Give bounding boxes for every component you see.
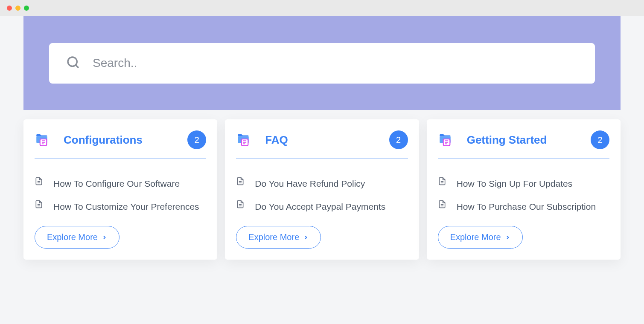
card-body: How To Sign Up For Updates How To Purcha… [438,159,609,249]
count-badge: 2 [187,130,206,149]
list-item[interactable]: How To Configure Our Software [35,176,206,191]
category-card-faq: FAQ 2 Do You Have Refund Policy [225,119,419,260]
list-item[interactable]: How To Sign Up For Updates [438,176,609,191]
list-item[interactable]: Do You Have Refund Policy [236,176,408,191]
explore-label: Explore More [47,232,98,242]
search-icon [66,55,80,71]
category-card-configurations: Configurations 2 How To Configure Our So… [23,119,217,260]
card-header: Configurations 2 [35,130,206,159]
chevron-right-icon [102,234,107,240]
list-item[interactable]: Do You Accept Paypal Payments [236,199,408,214]
card-header: Getting Started 2 [438,130,609,159]
folder-icon [236,132,251,148]
folder-icon [35,132,49,148]
search-input[interactable] [93,56,578,70]
svg-line-1 [76,65,78,67]
card-title[interactable]: Getting Started [467,133,576,147]
document-icon [236,200,245,210]
document-icon [236,177,245,187]
explore-more-button[interactable]: Explore More [236,226,321,249]
window-close-dot[interactable] [7,6,12,11]
hero-banner [23,16,621,110]
count-badge: 2 [591,130,609,149]
article-title: How To Sign Up For Updates [457,176,573,191]
chevron-right-icon [303,234,309,240]
document-icon [35,177,43,187]
card-body: How To Configure Our Software How To Cus… [35,159,206,249]
article-title: Do You Accept Paypal Payments [255,199,385,214]
cards-row: Configurations 2 How To Configure Our So… [0,110,644,260]
window-minimize-dot[interactable] [15,6,20,11]
explore-more-button[interactable]: Explore More [35,226,119,249]
article-title: How To Purchase Our Subscription [457,199,596,214]
card-title[interactable]: FAQ [265,133,374,147]
explore-more-button[interactable]: Explore More [438,226,523,249]
document-icon [35,200,43,210]
window-maximize-dot[interactable] [24,6,29,11]
viewport: Configurations 2 How To Configure Our So… [0,16,644,324]
article-title: Do You Have Refund Policy [255,176,365,191]
search-box[interactable] [49,43,595,84]
card-header: FAQ 2 [236,130,408,159]
document-icon [438,200,446,210]
count-badge: 2 [389,130,408,149]
category-card-getting-started: Getting Started 2 How To Sign Up For Upd… [427,119,621,260]
article-title: How To Configure Our Software [53,176,180,191]
chevron-right-icon [505,234,510,240]
folder-icon [438,132,452,148]
document-icon [438,177,446,187]
explore-label: Explore More [450,232,501,242]
card-body: Do You Have Refund Policy Do You Accept … [236,159,408,249]
list-item[interactable]: How To Purchase Our Subscription [438,199,609,214]
card-title[interactable]: Configurations [64,133,173,147]
explore-label: Explore More [248,232,299,242]
article-title: How To Customize Your Preferences [53,199,199,214]
browser-chrome [0,0,644,16]
list-item[interactable]: How To Customize Your Preferences [35,199,206,214]
